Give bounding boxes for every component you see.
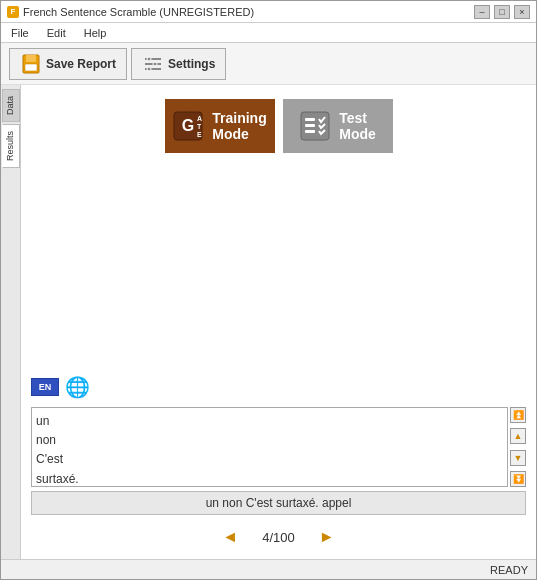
- svg-rect-1: [26, 55, 36, 62]
- settings-label: Settings: [168, 57, 215, 71]
- word-list-container: un non C'est surtaxé. appel ⏫: [31, 407, 526, 487]
- next-icon: [319, 528, 335, 546]
- svg-rect-2: [25, 64, 37, 71]
- save-report-button[interactable]: Save Report: [9, 48, 127, 80]
- title-bar: F French Sentence Scramble (UNREGISTERED…: [1, 1, 536, 23]
- prev-button[interactable]: [218, 525, 242, 549]
- word-item-3[interactable]: C'est: [36, 450, 503, 469]
- svg-point-8: [147, 67, 151, 71]
- prev-icon: [222, 528, 238, 546]
- main-panel: G A T E Training Mode: [21, 85, 536, 559]
- window-title: French Sentence Scramble (UNREGISTERED): [23, 6, 254, 18]
- settings-icon: [142, 53, 164, 75]
- move-to-bottom-button[interactable]: ⏬: [510, 471, 526, 487]
- svg-rect-16: [305, 124, 315, 127]
- settings-button[interactable]: Settings: [131, 48, 226, 80]
- move-down-button[interactable]: [510, 450, 526, 466]
- move-to-top-icon: ⏫: [513, 410, 524, 420]
- main-window: F French Sentence Scramble (UNREGISTERED…: [0, 0, 537, 580]
- title-bar-left: F French Sentence Scramble (UNREGISTERED…: [7, 6, 254, 18]
- svg-point-6: [147, 57, 151, 61]
- maximize-button[interactable]: □: [494, 5, 510, 19]
- training-mode-text: Training Mode: [212, 110, 266, 142]
- side-tabs: Data Results: [1, 85, 21, 559]
- word-list-controls: ⏫ ⏬: [510, 407, 526, 487]
- bottom-section: EN 🌐 un non C'est surtaxé. appel ⏫: [31, 375, 526, 549]
- svg-text:A: A: [197, 115, 202, 122]
- word-item-1[interactable]: un: [36, 412, 503, 431]
- test-mode-icon: [299, 110, 331, 142]
- next-button[interactable]: [315, 525, 339, 549]
- move-down-icon: [514, 453, 523, 463]
- move-up-icon: [514, 431, 523, 441]
- title-bar-controls: – □ ×: [474, 5, 530, 19]
- status-bar: READY: [1, 559, 536, 579]
- flags-row: EN 🌐: [31, 375, 526, 399]
- close-button[interactable]: ×: [514, 5, 530, 19]
- minimize-button[interactable]: –: [474, 5, 490, 19]
- svg-rect-15: [305, 118, 315, 121]
- training-mode-button[interactable]: G A T E Training Mode: [165, 99, 275, 153]
- word-list: un non C'est surtaxé. appel: [31, 407, 508, 487]
- save-report-label: Save Report: [46, 57, 116, 71]
- sentence-display: un non C'est surtaxé. appel: [31, 491, 526, 515]
- move-up-button[interactable]: [510, 428, 526, 444]
- tab-results[interactable]: Results: [2, 124, 20, 168]
- sentence-text: un non C'est surtaxé. appel: [206, 496, 352, 510]
- save-report-icon: [20, 53, 42, 75]
- mode-buttons: G A T E Training Mode: [31, 99, 526, 153]
- content-spacer: [31, 169, 526, 375]
- svg-text:G: G: [182, 117, 194, 134]
- svg-point-7: [153, 62, 157, 66]
- status-text: READY: [490, 564, 528, 576]
- menu-file[interactable]: File: [7, 25, 33, 41]
- test-mode-button[interactable]: Test Mode: [283, 99, 393, 153]
- svg-text:E: E: [197, 131, 202, 138]
- svg-text:T: T: [197, 123, 202, 130]
- tab-data[interactable]: Data: [2, 89, 20, 122]
- nav-counter: 4/100: [262, 530, 295, 545]
- svg-rect-17: [305, 130, 315, 133]
- training-mode-icon: G A T E: [172, 110, 204, 142]
- move-to-bottom-icon: ⏬: [513, 474, 524, 484]
- menu-help[interactable]: Help: [80, 25, 111, 41]
- word-item-4[interactable]: surtaxé.: [36, 470, 503, 487]
- en-flag-badge: EN: [31, 378, 59, 396]
- menu-bar: File Edit Help: [1, 23, 536, 43]
- toolbar: Save Report Settings: [1, 43, 536, 85]
- nav-row: 4/100: [31, 525, 526, 549]
- word-item-2[interactable]: non: [36, 431, 503, 450]
- test-mode-text: Test Mode: [339, 110, 376, 142]
- move-to-top-button[interactable]: ⏫: [510, 407, 526, 423]
- app-icon: F: [7, 6, 19, 18]
- menu-edit[interactable]: Edit: [43, 25, 70, 41]
- fr-flag-emoji: 🌐: [65, 375, 90, 399]
- content-area: Data Results G A T E: [1, 85, 536, 559]
